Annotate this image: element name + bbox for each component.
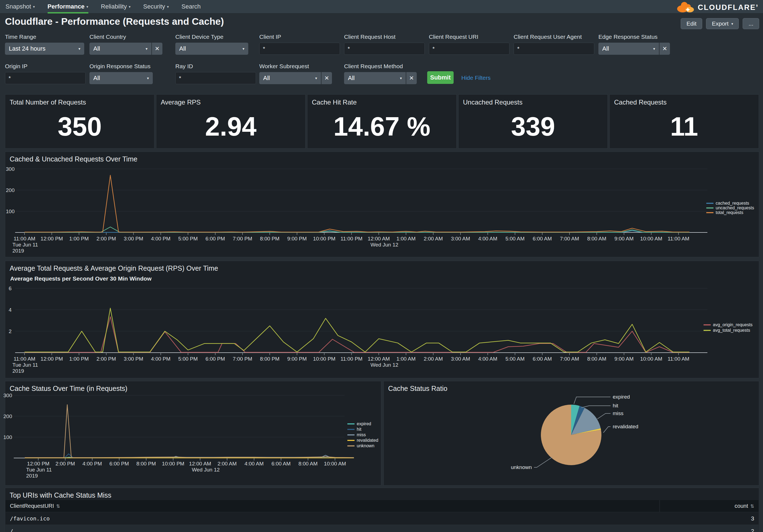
header-buttons: Edit Export ▾ ...	[681, 18, 759, 29]
worker-subrequest-select[interactable]: All ▾	[259, 72, 321, 84]
edit-button[interactable]: Edit	[681, 18, 702, 29]
nav-label: Performance	[48, 3, 85, 10]
filter-label: Worker Subrequest	[259, 63, 332, 70]
nav-item-performance[interactable]: Performance ▾	[48, 0, 88, 14]
stat-card-uncached-requests: Uncached Requests 339	[458, 94, 608, 148]
filter-time-range: Time Range Last 24 hours ▾	[5, 34, 84, 55]
chevron-down-icon: ▾	[78, 46, 80, 51]
stat-card-cache-hit-rate: Cache Hit Rate 14.67 %	[307, 94, 457, 148]
column-header-client-request-uri[interactable]: ClientRequestURI ⇅	[6, 500, 660, 512]
clear-filter-button[interactable]: ✕	[152, 43, 163, 55]
filter-client-request-host: Client Request Host	[344, 34, 425, 55]
client-request-uri-input[interactable]	[429, 43, 509, 55]
filter-label: Origin Response Status	[89, 63, 153, 70]
sort-icon: ⇅	[56, 503, 60, 509]
more-options-button[interactable]: ...	[743, 18, 759, 29]
filter-client-request-method: Client Request Method All ▾ ✕	[344, 63, 417, 84]
select-value: All	[263, 74, 270, 82]
submit-button[interactable]: Submit	[427, 71, 454, 84]
panel-average-rps-chart: Average Total Requests & Average Origin …	[5, 261, 759, 378]
chart-title: Cached & Uncached Requests Over Time	[10, 155, 137, 163]
stat-card-cached-requests: Cached Requests 11	[609, 94, 759, 148]
panel-top-uris-table: Top URIs with Cache Status Miss ClientRe…	[5, 488, 759, 532]
stat-value: 350	[5, 105, 154, 148]
select-value: All	[93, 74, 100, 82]
nav-item-search[interactable]: Search	[181, 0, 201, 14]
chevron-down-icon: ▾	[731, 22, 733, 26]
origin-ip-input[interactable]	[5, 72, 86, 84]
dashboard-page: Snapshot ▾ Performance ▾ Reliability ▾ S…	[0, 0, 763, 532]
panel-cache-status-chart: Cache Status Over Time (in Requests)	[5, 381, 381, 486]
client-request-host-input[interactable]	[344, 43, 425, 55]
cloudflare-cloud-icon	[676, 1, 696, 14]
chevron-down-icon: ▾	[147, 76, 149, 80]
table-title: Top URIs with Cache Status Miss	[10, 491, 111, 499]
filter-label: Origin IP	[5, 63, 86, 70]
filter-client-device-type: Client Device Type All ▾	[175, 34, 248, 55]
client-country-select[interactable]: All ▾	[89, 43, 152, 55]
filter-edge-response-status: Edge Response Status All ▾ ✕	[599, 34, 670, 55]
sort-icon: ⇅	[750, 503, 754, 509]
filter-origin-response-status: Origin Response Status All ▾	[89, 63, 153, 84]
cell-count: 2	[660, 528, 759, 532]
clear-filter-button[interactable]: ✕	[406, 72, 417, 84]
edge-response-status-select[interactable]: All ▾	[599, 43, 659, 55]
chevron-down-icon: ▾	[400, 76, 402, 80]
filter-label: Client Request User Agent	[514, 34, 594, 40]
column-header-count[interactable]: count ⇅	[660, 500, 759, 512]
filter-label: Edge Response Status	[599, 34, 670, 40]
chart-title: Cache Status Over Time (in Requests)	[10, 385, 127, 393]
filter-label: Client Request URI	[429, 34, 509, 40]
hide-filters-link[interactable]: Hide Filters	[461, 74, 490, 81]
top-nav: Snapshot ▾ Performance ▾ Reliability ▾ S…	[0, 0, 763, 14]
stat-value: 14.67 %	[307, 105, 456, 148]
stat-value: 339	[459, 105, 607, 148]
filter-label: Client IP	[259, 34, 340, 40]
filter-client-ip: Client IP	[259, 34, 340, 55]
clear-filter-button[interactable]: ✕	[321, 72, 332, 84]
panel-cache-status-ratio: Cache Status Ratio	[383, 381, 759, 486]
nav-item-security[interactable]: Security ▾	[143, 0, 169, 14]
filter-ray-id: Ray ID	[175, 63, 256, 84]
client-request-method-select[interactable]: All ▾	[344, 72, 406, 84]
chevron-down-icon: ▾	[86, 5, 88, 9]
chevron-down-icon: ▾	[167, 5, 169, 9]
filter-label: Client Country	[89, 34, 163, 40]
column-label: count	[735, 503, 748, 509]
filter-label: Client Request Host	[344, 34, 425, 40]
time-range-select[interactable]: Last 24 hours ▾	[5, 43, 84, 55]
clear-filter-button[interactable]: ✕	[660, 43, 670, 55]
select-value: All	[179, 45, 186, 52]
nav-label: Security	[143, 3, 165, 10]
cell-client-request-uri: /	[6, 528, 660, 532]
select-value: All	[602, 45, 609, 52]
table-row: /favicon.ico3	[6, 512, 759, 525]
client-request-user-agent-input[interactable]	[514, 43, 594, 55]
nav-label: Reliability	[101, 3, 127, 10]
client-ip-input[interactable]	[259, 43, 340, 55]
export-button[interactable]: Export ▾	[706, 18, 739, 29]
chevron-down-icon: ▾	[33, 5, 35, 9]
cell-client-request-uri: /favicon.ico	[6, 515, 660, 522]
select-value: All	[93, 45, 100, 52]
filter-client-request-uri: Client Request URI	[429, 34, 509, 55]
nav-item-snapshot[interactable]: Snapshot ▾	[6, 0, 35, 14]
chevron-down-icon: ▾	[653, 46, 655, 51]
chart-title: Average Total Requests & Average Origin …	[10, 264, 218, 272]
stat-card-total-requests: Total Number of Requests 350	[5, 94, 155, 148]
ray-id-input[interactable]	[175, 72, 256, 84]
filter-label: Ray ID	[175, 63, 256, 70]
client-device-type-select[interactable]: All ▾	[175, 43, 248, 55]
nav-item-reliability[interactable]: Reliability ▾	[101, 0, 131, 14]
page-title: Cloudflare - Performance (Requests and C…	[5, 16, 224, 27]
select-value: Last 24 hours	[9, 45, 46, 52]
chevron-down-icon: ▾	[315, 76, 317, 80]
filter-label: Client Request Method	[344, 63, 417, 70]
filter-client-request-user-agent: Client Request User Agent	[514, 34, 594, 55]
filter-client-country: Client Country All ▾ ✕	[89, 34, 163, 55]
chevron-down-icon: ▾	[243, 46, 245, 51]
chevron-down-icon: ▾	[129, 5, 131, 9]
export-label: Export	[712, 20, 728, 27]
table-row: /2	[6, 525, 759, 532]
origin-response-status-select[interactable]: All ▾	[89, 72, 153, 84]
